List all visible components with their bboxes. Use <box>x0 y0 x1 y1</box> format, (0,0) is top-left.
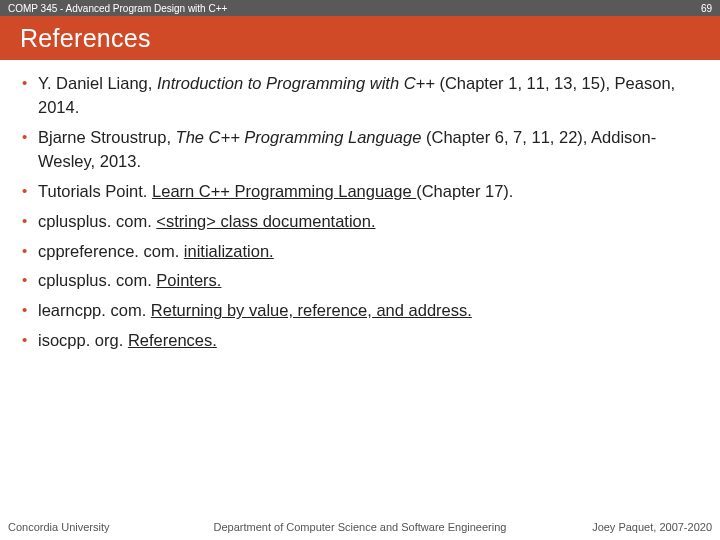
ref-link[interactable]: initialization. <box>184 242 274 260</box>
ref-prefix: Y. Daniel Liang, <box>38 74 157 92</box>
title-bar: References <box>0 16 720 60</box>
slide-number: 69 <box>701 3 712 14</box>
list-item: Y. Daniel Liang, Introduction to Program… <box>20 72 700 120</box>
ref-link[interactable]: Pointers. <box>156 271 221 289</box>
slide-title: References <box>20 24 151 53</box>
list-item: isocpp. org. References. <box>20 329 700 353</box>
ref-prefix: cplusplus. com. <box>38 271 156 289</box>
ref-prefix: cplusplus. com. <box>38 212 156 230</box>
footer-left: Concordia University <box>8 521 109 533</box>
course-label: COMP 345 - Advanced Program Design with … <box>8 3 227 14</box>
ref-italic: The C++ Programming Language <box>176 128 426 146</box>
footer-right: Joey Paquet, 2007-2020 <box>592 521 712 533</box>
list-item: Bjarne Stroustrup, The C++ Programming L… <box>20 126 700 174</box>
ref-link[interactable]: <string> class documentation. <box>156 212 375 230</box>
list-item: Tutorials Point. Learn C++ Programming L… <box>20 180 700 204</box>
reference-list: Y. Daniel Liang, Introduction to Program… <box>20 72 700 353</box>
ref-prefix: isocpp. org. <box>38 331 128 349</box>
list-item: cplusplus. com. Pointers. <box>20 269 700 293</box>
list-item: cppreference. com. initialization. <box>20 240 700 264</box>
footer: Concordia University Department of Compu… <box>0 518 720 540</box>
ref-italic: Introduction to Programming with C++ <box>157 74 439 92</box>
ref-prefix: learncpp. com. <box>38 301 151 319</box>
ref-link[interactable]: Returning by value, reference, and addre… <box>151 301 472 319</box>
ref-prefix: cppreference. com. <box>38 242 184 260</box>
ref-prefix: Bjarne Stroustrup, <box>38 128 176 146</box>
content-area: Y. Daniel Liang, Introduction to Program… <box>20 72 700 359</box>
ref-suffix: (Chapter 17). <box>416 182 513 200</box>
slide: COMP 345 - Advanced Program Design with … <box>0 0 720 540</box>
ref-prefix: Tutorials Point. <box>38 182 152 200</box>
ref-link[interactable]: Learn C++ Programming Language <box>152 182 416 200</box>
list-item: learncpp. com. Returning by value, refer… <box>20 299 700 323</box>
list-item: cplusplus. com. <string> class documenta… <box>20 210 700 234</box>
ref-link[interactable]: References. <box>128 331 217 349</box>
top-bar: COMP 345 - Advanced Program Design with … <box>0 0 720 16</box>
